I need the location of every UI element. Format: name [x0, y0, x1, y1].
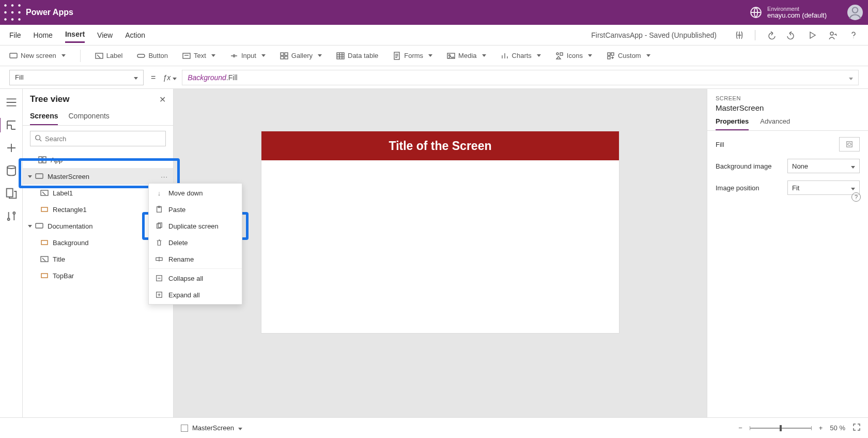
more-icon[interactable]: ··· — [161, 173, 168, 180]
equals-label: = — [149, 73, 158, 82]
tab-components[interactable]: Components — [68, 110, 109, 125]
redo-icon[interactable] — [786, 30, 797, 40]
menu-view[interactable]: View — [97, 28, 113, 42]
custom-label: Custom — [618, 52, 641, 59]
property-selector[interactable]: Fill — [9, 70, 144, 85]
text-button[interactable]: Text — [182, 52, 215, 60]
forms-button[interactable]: Forms — [393, 52, 432, 60]
canvas-screen[interactable]: Title of the Screen — [261, 131, 619, 333]
svg-rect-26 — [560, 53, 563, 55]
tree-view-icon[interactable] — [5, 119, 18, 131]
imgpos-select[interactable]: Fit — [787, 180, 860, 195]
canvas-title-bar[interactable]: Title of the Screen — [261, 131, 619, 160]
play-icon[interactable] — [807, 30, 817, 40]
left-rail — [0, 89, 23, 417]
tab-properties[interactable]: Properties — [716, 117, 749, 130]
waffle-icon[interactable] — [3, 3, 22, 22]
hamburger-icon[interactable] — [5, 96, 18, 109]
duplicate-icon — [155, 222, 163, 230]
charts-icon — [501, 52, 509, 60]
svg-rect-16 — [183, 53, 190, 58]
imgpos-value: Fit — [792, 184, 799, 192]
svg-rect-35 — [39, 160, 42, 163]
gallery-button[interactable]: Gallery — [280, 52, 322, 60]
svg-point-30 — [7, 166, 16, 169]
cm-delete[interactable]: Delete — [149, 234, 242, 251]
svg-rect-41 — [41, 240, 48, 245]
cm-rename[interactable]: Rename — [149, 251, 242, 267]
tree-view-title: Tree view — [30, 94, 159, 104]
environment-selector[interactable]: Environment enayu.com (default) — [767, 6, 827, 19]
data-table-button[interactable]: Data table — [336, 52, 378, 60]
chevron-down-icon[interactable] — [27, 223, 33, 229]
status-screen-selector[interactable]: MasterScreen — [181, 424, 242, 432]
brand-label[interactable]: Power Apps — [26, 8, 73, 17]
help-icon[interactable] — [848, 30, 859, 40]
close-icon[interactable]: ✕ — [159, 95, 166, 104]
cm-collapse-all[interactable]: Collapse all — [149, 270, 242, 286]
new-screen-button[interactable]: New screen — [9, 52, 66, 60]
fx-button[interactable]: ƒx — [163, 73, 177, 82]
svg-rect-43 — [41, 274, 48, 278]
canvas-area[interactable]: Title of the Screen — [174, 89, 707, 417]
svg-rect-33 — [39, 157, 42, 159]
undo-icon[interactable] — [766, 30, 776, 40]
bgimage-select[interactable]: None — [787, 159, 860, 173]
app-checker-icon[interactable] — [734, 30, 745, 40]
tab-screens[interactable]: Screens — [30, 110, 58, 125]
menu-action[interactable]: Action — [125, 28, 145, 42]
icons-button[interactable]: Icons — [555, 52, 592, 60]
zoom-thumb[interactable] — [780, 425, 782, 431]
screen-icon — [9, 52, 18, 60]
chevron-down-icon[interactable] — [27, 173, 33, 179]
user-avatar[interactable] — [847, 5, 863, 20]
new-screen-label: New screen — [21, 52, 56, 59]
icons-label: Icons — [567, 52, 583, 59]
menu-file[interactable]: File — [9, 28, 21, 42]
label-button[interactable]: Label — [95, 52, 123, 60]
svg-rect-40 — [36, 223, 43, 228]
tab-advanced[interactable]: Advanced — [760, 117, 790, 130]
tree-node-masterscreen[interactable]: MasterScreen ··· — [23, 168, 173, 185]
expand-formula-icon[interactable] — [849, 73, 853, 82]
share-icon[interactable] — [828, 30, 838, 40]
formula-input[interactable]: Background.Fill — [182, 70, 859, 85]
charts-label: Charts — [512, 52, 532, 59]
properties-help-icon[interactable]: ? — [851, 192, 861, 202]
zoom-in-button[interactable]: + — [819, 424, 823, 432]
label-icon — [40, 255, 49, 263]
menu-home[interactable]: Home — [34, 28, 53, 42]
formula-bar: Fill = ƒx Background.Fill — [0, 66, 868, 89]
tree-search[interactable] — [30, 131, 166, 146]
svg-rect-19 — [281, 56, 284, 59]
media-button[interactable]: Media — [447, 52, 486, 60]
label-text: Label — [106, 52, 123, 59]
cm-paste[interactable]: Paste — [149, 201, 242, 218]
zoom-out-button[interactable]: − — [738, 424, 742, 432]
fit-screen-icon[interactable] — [853, 423, 861, 433]
charts-button[interactable]: Charts — [501, 52, 541, 60]
separator — [149, 268, 242, 269]
tools-icon[interactable] — [5, 210, 18, 222]
node-label: Documentation — [48, 222, 92, 230]
input-button[interactable]: Input — [230, 52, 266, 60]
button-button[interactable]: Button — [137, 52, 168, 60]
search-input[interactable] — [45, 135, 161, 143]
rectangle-icon — [40, 205, 49, 214]
add-icon[interactable] — [5, 142, 18, 154]
cm-expand-all[interactable]: Expand all — [149, 286, 242, 303]
screen-context-menu: ↓Move down Paste Duplicate screen Delete… — [148, 183, 242, 305]
zoom-slider[interactable] — [750, 428, 812, 429]
cm-move-down[interactable]: ↓Move down — [149, 185, 242, 201]
svg-point-0 — [4, 4, 7, 7]
svg-point-1 — [11, 4, 14, 7]
media-rail-icon[interactable] — [5, 187, 18, 200]
data-icon[interactable] — [5, 164, 18, 177]
cm-duplicate-screen[interactable]: Duplicate screen — [149, 218, 242, 234]
menu-insert[interactable]: Insert — [65, 27, 85, 43]
forms-icon — [393, 52, 401, 60]
tree-node-app[interactable]: App — [23, 152, 173, 168]
custom-button[interactable]: Custom — [607, 52, 650, 60]
node-label: Rectangle1 — [53, 206, 87, 214]
fill-color-button[interactable] — [839, 137, 860, 152]
